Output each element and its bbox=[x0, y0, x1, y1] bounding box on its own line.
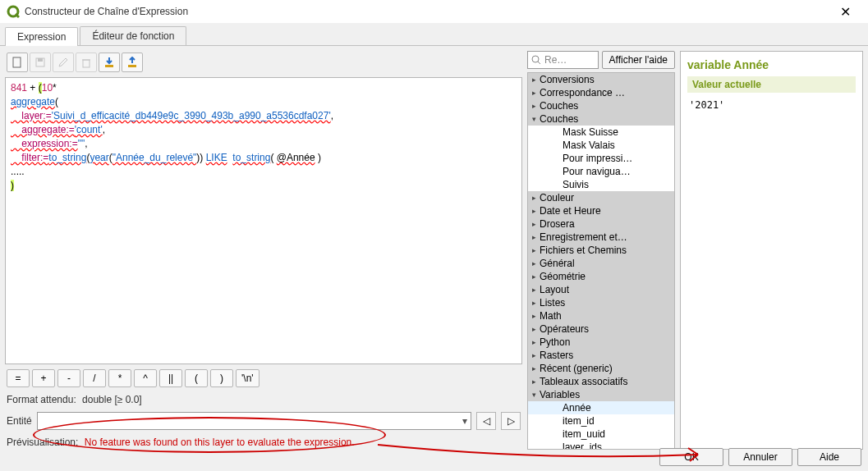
import-icon[interactable] bbox=[99, 53, 120, 72]
delete-icon[interactable] bbox=[76, 53, 97, 72]
tab-expression[interactable]: Expression bbox=[5, 27, 78, 46]
prev-entity-button[interactable]: ◁ bbox=[476, 412, 496, 430]
tree-item[interactable]: item_id bbox=[528, 414, 674, 428]
editor-toolbar bbox=[5, 51, 522, 74]
svg-rect-2 bbox=[13, 57, 21, 67]
operator-row: =+-/*^||()'\n' bbox=[5, 368, 522, 389]
cancel-button[interactable]: Annuler bbox=[728, 448, 792, 466]
expand-icon: ▸ bbox=[528, 220, 540, 228]
tree-label: Suivis bbox=[540, 179, 671, 190]
expand-icon: ▸ bbox=[528, 325, 540, 333]
expand-icon: ▸ bbox=[528, 299, 540, 307]
app-icon bbox=[7, 5, 20, 18]
tree-group[interactable]: ▸Opérateurs bbox=[528, 322, 674, 336]
new-file-icon[interactable] bbox=[7, 53, 28, 72]
ok-button[interactable]: OK bbox=[659, 448, 723, 466]
tree-label: Variables bbox=[540, 389, 671, 400]
expand-icon: ▾ bbox=[528, 391, 540, 399]
tree-label: Pour impressi… bbox=[540, 153, 671, 164]
expand-icon: ▸ bbox=[528, 207, 540, 215]
tree-label: Géométrie bbox=[540, 271, 671, 282]
tree-item[interactable]: Suivis bbox=[528, 178, 674, 191]
tree-group[interactable]: ▸Listes bbox=[528, 296, 674, 309]
export-icon[interactable] bbox=[122, 53, 143, 72]
format-line: Format attendu: double [≥ 0.0] bbox=[5, 392, 522, 407]
operator-button[interactable]: ^ bbox=[134, 369, 157, 387]
tree-label: Couleur bbox=[540, 192, 671, 203]
tree-label: Listes bbox=[540, 297, 671, 309]
operator-button[interactable]: * bbox=[108, 369, 131, 387]
tree-group[interactable]: ▾Variables bbox=[528, 388, 674, 401]
tree-item[interactable]: Mask Valais bbox=[528, 139, 674, 152]
tree-group[interactable]: ▸Fichiers et Chemins bbox=[528, 244, 674, 257]
help-button[interactable]: Aide bbox=[797, 448, 861, 466]
tree-group[interactable]: ▸Date et Heure bbox=[528, 204, 674, 217]
operator-button[interactable]: ( bbox=[185, 369, 208, 387]
tab-bar: Expression Éditeur de fonction bbox=[0, 23, 868, 46]
tree-item[interactable]: layer_ids bbox=[528, 441, 674, 450]
tree-group[interactable]: ▸Enregistrement et… bbox=[528, 231, 674, 244]
search-input[interactable]: Re… bbox=[527, 51, 599, 69]
operator-button[interactable]: / bbox=[83, 369, 106, 387]
next-entity-button[interactable]: ▷ bbox=[501, 412, 521, 430]
save-icon[interactable] bbox=[30, 53, 51, 72]
entity-label: Entité bbox=[7, 415, 32, 427]
tree-label: Rasters bbox=[540, 350, 671, 361]
titlebar: Constructeur de Chaîne d'Expression ✕ bbox=[0, 0, 868, 23]
tree-group[interactable]: ▸Layout bbox=[528, 283, 674, 296]
tree-group[interactable]: ▸Couches bbox=[528, 99, 674, 112]
tree-item[interactable]: item_uuid bbox=[528, 428, 674, 441]
tree-label: Mask Suisse bbox=[540, 126, 671, 138]
preview-error: No feature was found on this layer to ev… bbox=[85, 437, 355, 448]
function-tree[interactable]: ▸Conversions▸Correspondance …▸Couches▾Co… bbox=[527, 72, 675, 450]
tree-group[interactable]: ▸Tableaux associatifs bbox=[528, 375, 674, 388]
tree-label: Python bbox=[540, 336, 671, 348]
tree-group[interactable]: ▸Général bbox=[528, 257, 674, 270]
tree-group[interactable]: ▸Math bbox=[528, 309, 674, 322]
tree-group[interactable]: ▸Correspondance … bbox=[528, 86, 674, 99]
show-help-button[interactable]: Afficher l'aide bbox=[602, 51, 675, 69]
search-icon bbox=[531, 55, 541, 65]
tab-function-editor[interactable]: Éditeur de fonction bbox=[80, 26, 186, 45]
tree-item[interactable]: Pour impressi… bbox=[528, 152, 674, 165]
tree-label: Date et Heure bbox=[540, 205, 671, 217]
help-panel: variable Année Valeur actuelle '2021' bbox=[680, 51, 863, 450]
expand-icon: ▸ bbox=[528, 286, 540, 294]
expand-icon: ▸ bbox=[528, 89, 540, 97]
tree-group[interactable]: ▸Conversions bbox=[528, 73, 674, 86]
tree-group[interactable]: ▸Python bbox=[528, 336, 674, 349]
tree-label: layer_ids bbox=[540, 441, 671, 450]
close-icon[interactable]: ✕ bbox=[829, 4, 861, 20]
tree-group[interactable]: ▸Couleur bbox=[528, 191, 674, 204]
help-title: variable Année bbox=[687, 58, 856, 71]
tree-label: Enregistrement et… bbox=[540, 231, 671, 243]
operator-button[interactable]: + bbox=[32, 369, 55, 387]
entity-combo[interactable]: ▾ bbox=[37, 412, 471, 430]
tree-label: Correspondance … bbox=[540, 87, 671, 98]
operator-button[interactable]: ) bbox=[210, 369, 233, 387]
chevron-down-icon: ▾ bbox=[462, 415, 467, 427]
expand-icon: ▸ bbox=[528, 102, 540, 110]
tree-label: Math bbox=[540, 310, 671, 322]
tree-item[interactable]: Mask Suisse bbox=[528, 126, 674, 139]
expand-icon: ▸ bbox=[528, 246, 540, 254]
tree-group[interactable]: ▸Récent (generic) bbox=[528, 362, 674, 375]
edit-icon[interactable] bbox=[53, 53, 74, 72]
operator-button[interactable]: = bbox=[7, 369, 30, 387]
expression-editor[interactable]: 841 + (10*aggregate( layer:='Suivi_d_eff… bbox=[5, 77, 522, 364]
tree-item[interactable]: Pour navigua… bbox=[528, 165, 674, 178]
operator-button[interactable]: '\n' bbox=[236, 369, 259, 387]
tree-item[interactable]: Année bbox=[528, 401, 674, 414]
current-value: '2021' bbox=[687, 98, 856, 112]
search-placeholder: Re… bbox=[544, 54, 567, 66]
operator-button[interactable]: - bbox=[57, 369, 80, 387]
operator-button[interactable]: || bbox=[159, 369, 182, 387]
tree-group[interactable]: ▸Drosera bbox=[528, 217, 674, 231]
tree-group[interactable]: ▸Géométrie bbox=[528, 270, 674, 283]
expand-icon: ▸ bbox=[528, 233, 540, 241]
expand-icon: ▸ bbox=[528, 75, 540, 84]
svg-rect-7 bbox=[105, 65, 113, 67]
expand-icon: ▸ bbox=[528, 272, 540, 281]
tree-group[interactable]: ▾Couches bbox=[528, 112, 674, 126]
tree-group[interactable]: ▸Rasters bbox=[528, 349, 674, 362]
